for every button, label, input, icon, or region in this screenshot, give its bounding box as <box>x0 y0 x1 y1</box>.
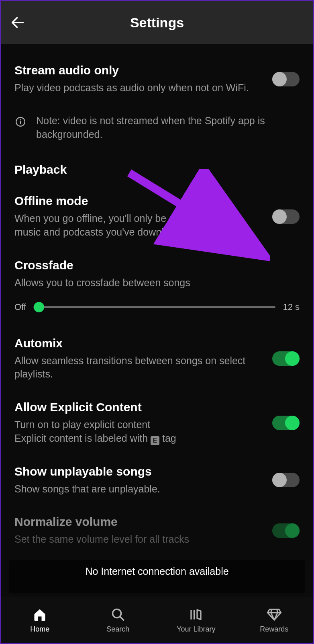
crossfade-max-label: 12 s <box>283 302 300 312</box>
offline-desc: When you go offline, you'll only be able… <box>14 212 260 239</box>
nav-home[interactable]: Home <box>1 597 79 643</box>
nav-search[interactable]: Search <box>79 597 157 643</box>
offline-toggle[interactable] <box>272 209 300 224</box>
arrow-left-icon <box>10 14 26 31</box>
library-icon <box>188 607 204 623</box>
header-bar: Settings <box>1 1 313 44</box>
setting-stream-audio: Stream audio only Play video podcasts as… <box>14 64 300 95</box>
normalize-toggle[interactable] <box>272 523 300 538</box>
crossfade-slider[interactable] <box>33 306 275 308</box>
info-note: Note: video is not streamed when the Spo… <box>14 114 300 142</box>
crossfade-slider-thumb[interactable] <box>34 302 44 312</box>
nav-rewards[interactable]: Rewards <box>235 597 314 643</box>
setting-unplayable: Show unplayable songs Show songs that ar… <box>14 465 300 496</box>
nav-home-label: Home <box>30 625 49 634</box>
bottom-nav: Home Search Your Library Rewards <box>1 597 313 643</box>
svg-line-5 <box>120 617 123 620</box>
automix-desc: Allow seamless transitions between songs… <box>14 354 260 381</box>
offline-title: Offline mode <box>14 194 260 208</box>
diamond-icon <box>266 607 282 623</box>
settings-content: Stream audio only Play video podcasts as… <box>1 44 313 630</box>
info-note-text: Note: video is not streamed when the Spo… <box>36 114 300 142</box>
crossfade-desc: Allows you to crossfade between songs <box>14 276 300 290</box>
nav-rewards-label: Rewards <box>260 625 288 634</box>
explicit-desc: Turn on to play explicit content Explici… <box>14 418 260 445</box>
unplayable-toggle[interactable] <box>272 473 300 487</box>
automix-toggle[interactable] <box>272 351 300 366</box>
unplayable-desc: Show songs that are unplayable. <box>14 482 260 496</box>
section-playback: Playback <box>14 163 300 176</box>
setting-normalize: Normalize volume Set the same volume lev… <box>14 515 300 546</box>
explicit-desc-line1: Turn on to play explicit content <box>14 419 150 430</box>
explicit-desc-post: tag <box>159 433 176 444</box>
stream-audio-toggle[interactable] <box>272 72 300 86</box>
stream-audio-title: Stream audio only <box>14 64 260 77</box>
nav-library[interactable]: Your Library <box>157 597 235 643</box>
unplayable-title: Show unplayable songs <box>14 465 260 478</box>
setting-offline-mode: Offline mode When you go offline, you'll… <box>14 194 300 239</box>
stream-audio-desc: Play video podcasts as audio only when n… <box>14 81 260 95</box>
crossfade-slider-row: Off 12 s <box>14 302 300 312</box>
nav-library-label: Your Library <box>177 625 215 634</box>
info-icon <box>14 116 27 128</box>
search-icon <box>110 607 126 623</box>
no-internet-banner: No Internet connection available <box>9 560 305 593</box>
crossfade-min-label: Off <box>14 302 26 312</box>
home-icon <box>32 607 48 623</box>
crossfade-title: Crossfade <box>14 258 300 272</box>
nav-search-label: Search <box>106 625 129 634</box>
setting-explicit: Allow Explicit Content Turn on to play e… <box>14 400 300 445</box>
setting-automix: Automix Allow seamless transitions betwe… <box>14 336 300 381</box>
page-title: Settings <box>9 15 305 31</box>
svg-rect-2 <box>20 121 21 124</box>
normalize-title: Normalize volume <box>14 515 260 529</box>
explicit-desc-pre: Explicit content is labeled with <box>14 433 151 444</box>
explicit-e-icon: E <box>151 436 159 445</box>
normalize-desc: Set the same volume level for all tracks <box>14 533 260 546</box>
explicit-toggle[interactable] <box>272 416 300 430</box>
back-button[interactable] <box>10 14 26 31</box>
explicit-title: Allow Explicit Content <box>14 400 260 414</box>
svg-point-1 <box>20 119 21 120</box>
automix-title: Automix <box>14 336 260 350</box>
